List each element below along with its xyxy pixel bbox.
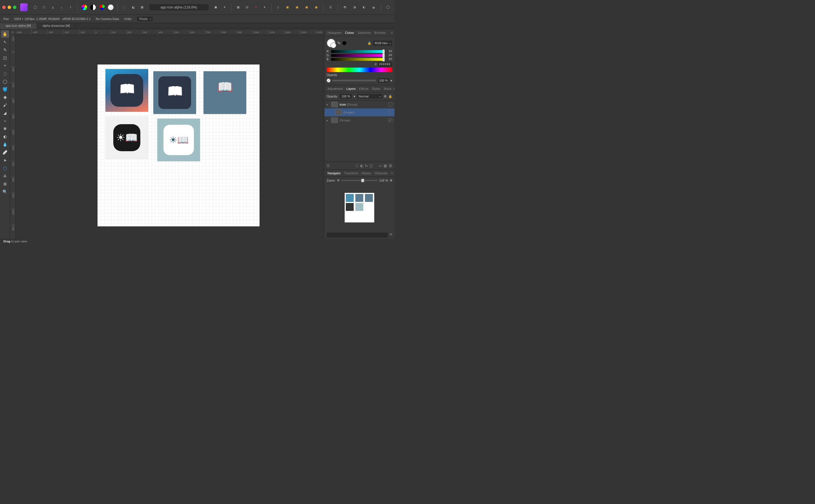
colour-format-select[interactable]: RGB Hex (373, 41, 392, 46)
document-canvas[interactable]: 📖 ☀📖 ☀📖 (97, 64, 260, 226)
gear-icon[interactable]: ⚙ (384, 95, 387, 98)
layers-stack-icon[interactable]: ☰ (327, 164, 330, 168)
horizontal-ruler[interactable]: -500-400-300-200-10001002003004005006007… (16, 29, 324, 35)
document-tab[interactable]: alpha showcase [M] (37, 23, 76, 29)
erase-brush-tool[interactable]: ◢ (1, 109, 9, 117)
delete-layer-icon[interactable]: 🗑 (389, 164, 392, 168)
adjustment-layer-icon[interactable]: ◐ (360, 164, 363, 168)
selection-refine-icon[interactable]: ▦ (138, 3, 146, 12)
pen-tool[interactable]: ➤ (1, 157, 9, 164)
colour-swatch-selector[interactable] (327, 39, 336, 48)
arrange-backward-icon[interactable]: ▣ (293, 3, 301, 12)
account-icon[interactable]: ◯ (384, 3, 392, 12)
b-slider[interactable] (331, 58, 384, 61)
hue-spectrum[interactable] (327, 68, 392, 72)
lock-icon[interactable]: 🔒 (388, 95, 392, 98)
blur-brush-tool[interactable]: 💧 (1, 141, 9, 148)
zoom-tool[interactable]: 🔍 (1, 188, 9, 195)
zoom-value[interactable]: 116 % (379, 179, 388, 182)
move-tool[interactable]: ↖ (1, 38, 9, 46)
lock-icon[interactable]: 🔒 (368, 41, 371, 45)
align-icon[interactable]: ☰ (326, 3, 335, 12)
layer-row[interactable]: ▸ icon (Group) (324, 101, 395, 108)
boolean-subtract-icon[interactable]: ◑ (350, 3, 359, 12)
soft-proof-icon[interactable] (107, 3, 114, 12)
zoom-slider[interactable] (341, 180, 378, 181)
contrast-icon[interactable] (89, 3, 97, 12)
snapping-magnet-icon[interactable]: ⊃ (252, 3, 260, 12)
zoom-in-icon[interactable]: ⊕ (390, 179, 392, 182)
rgb-icon[interactable] (98, 3, 106, 12)
arrange-forward-icon[interactable]: ▣ (302, 3, 311, 12)
crop-tool[interactable]: ◫ (1, 54, 9, 61)
units-select[interactable]: Pixels (137, 17, 152, 21)
persona-develop-icon[interactable]: ⫼ (49, 3, 57, 12)
arrange-back-icon[interactable]: ▣ (283, 3, 292, 12)
layer-visibility-checkbox[interactable] (388, 102, 392, 106)
layer-row[interactable]: ▸ (Group) (324, 116, 395, 124)
view-point-select[interactable] (327, 233, 388, 238)
group-layer-icon[interactable]: ▭ (378, 164, 382, 168)
boolean-divide-icon[interactable]: ◒ (369, 3, 378, 12)
opacity-dropdown-icon[interactable]: ▾ (391, 79, 392, 82)
assistant-icon[interactable]: ▯ (275, 3, 282, 12)
grid-icon[interactable]: ▦ (234, 3, 242, 12)
view-hand-tool[interactable]: ✋ (1, 30, 9, 38)
panel-tab-styles[interactable]: Styles (371, 86, 382, 91)
dropdown-arrow-icon[interactable]: ▾ (261, 3, 268, 12)
layer-visibility-checkbox[interactable] (388, 110, 392, 114)
panel-tab-stock[interactable]: Stock (382, 86, 393, 91)
expand-arrow-icon[interactable]: ▸ (327, 103, 330, 106)
panel-menu-icon[interactable]: ≡ (391, 31, 393, 34)
eyedropper-icon[interactable]: ✎ (337, 41, 341, 45)
layer-row[interactable]: (Image) (324, 108, 395, 116)
r-slider[interactable] (331, 50, 384, 53)
panel-menu-icon[interactable]: ≡ (391, 171, 393, 175)
panel-tab-histogram[interactable]: Histogram (326, 30, 343, 35)
none-swatch-icon[interactable] (327, 79, 331, 82)
canvas-viewport[interactable]: px -500-400-300-200-10001002003004005006… (10, 29, 324, 239)
panel-tab-navigator[interactable]: Navigator (326, 171, 342, 175)
minimize-window-button[interactable] (8, 6, 11, 9)
mask-layer-icon[interactable]: ◻ (355, 164, 359, 168)
gradient-tool[interactable]: ◉ (1, 93, 9, 101)
snap-guides-icon[interactable]: ⊟ (243, 3, 251, 12)
boolean-add-icon[interactable]: ◓ (341, 3, 349, 12)
vertical-ruler[interactable]: -100010020030040050060070080090010001100 (10, 35, 16, 239)
quick-mask-icon[interactable]: ◼ (212, 3, 220, 12)
g-value[interactable]: FF (386, 54, 392, 57)
panel-tab-colour[interactable]: Colour (344, 30, 355, 35)
opacity-dropdown-icon[interactable]: ▾ (354, 95, 355, 98)
paint-brush-tool[interactable]: 🖌 (1, 101, 9, 109)
panel-tab-layers[interactable]: Layers (345, 86, 357, 91)
dodge-brush-tool[interactable]: ◐ (1, 133, 9, 140)
panel-tab-brushes[interactable]: Brushes (373, 30, 387, 35)
persona-export-icon[interactable]: ⫴ (67, 3, 74, 12)
panel-tab-history[interactable]: History (360, 171, 373, 175)
text-tool[interactable]: A (1, 172, 9, 180)
navigator-preview[interactable] (324, 184, 395, 231)
opacity-value[interactable]: 100 % (378, 78, 389, 83)
freehand-selection-tool[interactable]: ◌ (1, 70, 9, 77)
zoom-out-icon[interactable]: ⊖ (337, 179, 340, 182)
maximize-window-button[interactable] (13, 6, 16, 9)
close-window-button[interactable] (2, 6, 6, 9)
opacity-slider[interactable] (332, 80, 376, 81)
expand-arrow-icon[interactable]: ▸ (327, 119, 330, 122)
b-value[interactable]: FF (386, 58, 392, 61)
colour-picker-tool[interactable]: ✎ (1, 46, 9, 53)
fx-layer-icon[interactable]: fx (365, 164, 368, 168)
layer-visibility-checkbox[interactable] (388, 118, 392, 122)
panel-menu-icon[interactable]: ≡ (393, 87, 395, 90)
ruler-unit-label[interactable]: px (10, 29, 16, 35)
hex-input[interactable] (378, 62, 392, 66)
colour-wheel-icon[interactable] (80, 3, 88, 12)
persona-photo-icon[interactable]: ◯ (32, 3, 39, 12)
mesh-warp-tool[interactable]: ⊞ (1, 180, 9, 188)
r-value[interactable]: FF (386, 50, 392, 53)
healing-brush-tool[interactable]: 🩹 (1, 149, 9, 156)
g-slider[interactable] (331, 54, 384, 57)
panel-tab-transform[interactable]: Transform (343, 171, 360, 175)
secondary-colour-swatch[interactable] (342, 41, 346, 45)
panel-tab-swatches[interactable]: Swatches (356, 30, 373, 35)
